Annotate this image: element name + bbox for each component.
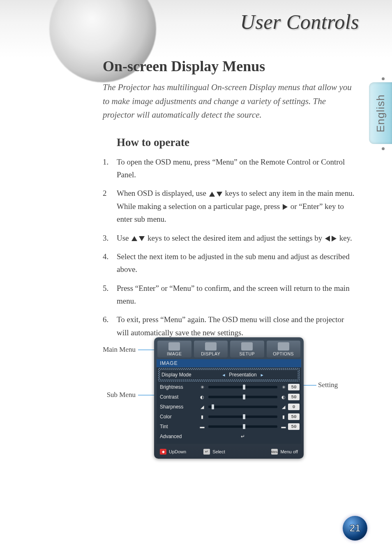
label-setting: Setting [318, 381, 338, 389]
slider-thumb[interactable] [243, 385, 245, 390]
slider-value: 50 [288, 384, 300, 390]
right-arrow-icon [332, 236, 337, 241]
slider-high-icon: ◐ [281, 394, 286, 400]
label-sub-menu: Sub Menu [95, 391, 136, 399]
step-number: 4. [103, 250, 108, 263]
right-arrow-icon[interactable]: ► [260, 373, 264, 377]
slider-value: 50 [288, 413, 300, 420]
slider-high-icon: ✳ [281, 384, 286, 390]
slider-low-icon: ✳ [199, 384, 205, 390]
page-number: 21 [350, 522, 361, 534]
select-value: Presentation [229, 372, 256, 378]
osd-row-advanced[interactable]: Advanced↵ [158, 432, 300, 441]
osd-active-header: IMAGE [157, 359, 301, 367]
step-item: 2When OSD is displayed, use keys to sele… [103, 187, 357, 225]
osd-tabs: IMAGEDISPLAYSETUPOPTIONS [157, 340, 301, 359]
banner-title: User Controls [240, 10, 359, 34]
slider-value: 0 [288, 404, 300, 410]
up-arrow-icon [209, 192, 215, 197]
osd-row-sharpness[interactable]: Sharpness◢◢0 [158, 402, 300, 412]
setup-tab-icon [241, 342, 253, 350]
step-text: Use keys to select the desired item and … [117, 234, 352, 242]
step-item: 1.To open the OSD menu, press “Menu” on … [103, 155, 357, 181]
slider-track[interactable] [208, 386, 277, 388]
display-tab-icon [205, 342, 217, 350]
step-number: 1. [103, 155, 108, 168]
dot-icon [382, 77, 385, 80]
step-number: 6. [103, 313, 108, 326]
down-arrow-icon [217, 192, 222, 197]
osd-tab-label: DISPLAY [194, 351, 228, 356]
select-icon: ↵ [203, 449, 210, 455]
osd-row-label: Tint [158, 424, 198, 429]
step-text: Select the next item to be adjusted in t… [117, 252, 350, 274]
step-item: 3.Use keys to select the desired item an… [103, 232, 357, 244]
up-arrow-icon [131, 236, 137, 241]
osd-tab-image[interactable]: IMAGE [157, 341, 191, 357]
callout-line [303, 385, 316, 385]
slider-high-icon: ▮ [281, 414, 286, 420]
osd-row-label: Display Mode [160, 372, 199, 378]
osd-tab-options[interactable]: OPTIONS [267, 341, 301, 357]
options-tab-icon [278, 342, 289, 350]
left-arrow-icon [325, 236, 330, 241]
step-item: 6.To exit, press “Menu” again. The OSD m… [103, 313, 357, 339]
down-arrow-icon [139, 236, 145, 241]
osd-row-label: Sharpness [158, 404, 198, 410]
slider-thumb[interactable] [243, 414, 245, 419]
osd-row-color[interactable]: Color▮▮50 [158, 412, 300, 422]
slider-thumb[interactable] [243, 424, 245, 429]
enter-icon[interactable]: ↵ [199, 434, 286, 439]
slider-value: 50 [288, 423, 300, 430]
step-text: To open the OSD menu, press “Menu” on th… [117, 158, 345, 179]
callout-line [138, 350, 154, 350]
slider-high-icon: ◢ [281, 404, 286, 410]
osd-tab-label: IMAGE [157, 351, 191, 356]
slider-low-icon: ◐ [199, 394, 205, 400]
dot-icon [382, 147, 385, 150]
osd-body: Display Mode◄Presentation►Brightness✳✳50… [157, 367, 301, 444]
intro-text: The Projector has multilingual On-screen… [103, 81, 357, 122]
osd-tab-display[interactable]: DISPLAY [194, 341, 228, 357]
osd-row-tint[interactable]: Tint▬▬50 [158, 422, 300, 432]
osd-select-value[interactable]: ◄Presentation► [201, 372, 285, 378]
osd-row-label: Contrast [158, 394, 198, 400]
osd-row-label: Advanced [158, 434, 198, 439]
osd-row-label: Color [158, 414, 198, 420]
osd-row-label: Brightness [158, 384, 198, 390]
image-tab-icon [168, 342, 180, 350]
slider-value: 50 [288, 394, 300, 400]
slider-low-icon: ▬ [199, 424, 205, 429]
step-number: 5. [103, 282, 108, 295]
callout-line [138, 395, 154, 395]
right-arrow-icon [283, 204, 288, 210]
step-text: When OSD is displayed, use keys to selec… [117, 189, 354, 223]
osd-row-display-mode[interactable]: Display Mode◄Presentation► [160, 370, 298, 380]
step-item: 5.Press “Enter” or “Menu” to confirm, an… [103, 282, 357, 308]
footer-updown: UpDown [169, 449, 186, 454]
step-text: To exit, press “Menu” again. The OSD men… [117, 315, 344, 337]
step-text: Press “Enter” or “Menu” to confirm, and … [117, 284, 350, 305]
left-arrow-icon[interactable]: ◄ [221, 373, 226, 377]
footer-menu-off: Menu off [280, 449, 298, 454]
osd-tab-label: OPTIONS [267, 351, 301, 356]
step-number: 2 [103, 187, 107, 200]
step-number: 3. [103, 232, 108, 244]
slider-thumb[interactable] [212, 404, 214, 409]
slider-track[interactable] [208, 396, 277, 398]
osd-row-brightness[interactable]: Brightness✳✳50 [158, 382, 300, 392]
submenu-highlight: Display Mode◄Presentation► [158, 368, 300, 381]
slider-track[interactable] [208, 415, 277, 418]
menu-key-icon: Menu [271, 449, 278, 455]
language-label: English [374, 94, 387, 132]
osd-row-contrast[interactable]: Contrast◐◐50 [158, 392, 300, 402]
slider-low-icon: ▮ [199, 414, 205, 420]
slider-track[interactable] [208, 425, 277, 428]
slider-thumb[interactable] [243, 395, 245, 399]
page-title: On-screen Display Menus [103, 58, 357, 75]
slider-low-icon: ◢ [199, 404, 205, 410]
content: On-screen Display Menus The Projector ha… [103, 58, 357, 345]
osd-tab-setup[interactable]: SETUP [230, 341, 264, 357]
osd-footer: ◆ UpDown ↵ Select Menu Menu off [157, 444, 301, 456]
slider-track[interactable] [208, 406, 277, 408]
